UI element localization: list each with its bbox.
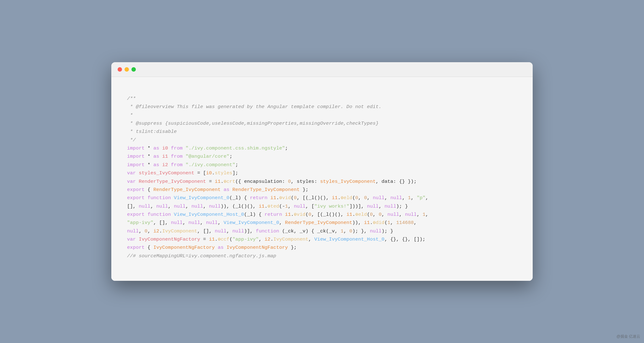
comment-block: /** * @fileoverview This file was genera…: [127, 96, 381, 143]
import-keyword-1: import: [127, 145, 145, 151]
code-editor: /** * @fileoverview This file was genera…: [111, 77, 533, 281]
close-button[interactable]: [118, 67, 122, 72]
maximize-button[interactable]: [131, 67, 136, 72]
watermark: @掘金 亿迷云: [616, 334, 640, 339]
minimize-button[interactable]: [125, 67, 129, 72]
source-map-comment: //# sourceMappingURL=ivy.component.ngfac…: [127, 253, 276, 259]
code-window: /** * @fileoverview This file was genera…: [111, 62, 533, 281]
title-bar: [111, 62, 533, 77]
